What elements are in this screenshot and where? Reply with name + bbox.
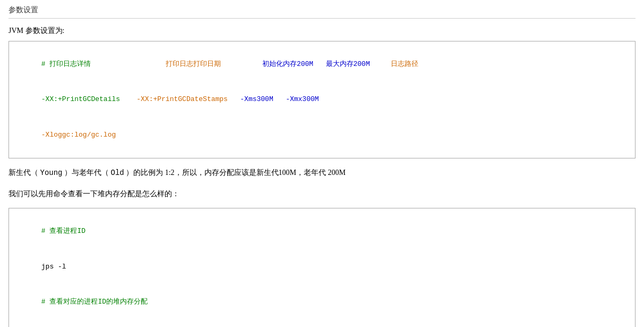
old-keyword: Old	[111, 169, 124, 177]
comment-heap-text: # 查看对应的进程ID的堆内存分配	[41, 298, 148, 306]
param-xmx: -Xmx300M	[286, 95, 319, 103]
param-xloggc: -Xloggc:log/gc.log	[41, 131, 116, 139]
young-keyword: Young	[40, 169, 63, 177]
page-container: 参数设置 JVM 参数设置为: # 打印日志详情 打印日志打印日期 初始化内存2…	[0, 0, 644, 327]
comment-pid-text: # 查看进程ID	[41, 227, 85, 235]
comment-print-date: 打印日志打印日期	[166, 60, 221, 68]
comment-init-mem: 初始化内存200M	[262, 60, 313, 68]
cmd-jmap: jmap -heap 3725	[16, 320, 628, 327]
comment-print-detail: # 打印日志详情	[41, 60, 91, 68]
code-block-2: # 查看进程ID jps -l # 查看对应的进程ID的堆内存分配 jmap -…	[8, 208, 636, 327]
comment-check-pid: # 查看进程ID	[16, 214, 628, 249]
page-title: 参数设置	[8, 5, 636, 19]
code-params-1: -XX:+PrintGCDetails -XX:+PrintGCDateStam…	[16, 82, 628, 117]
code-params-2: -Xloggc:log/gc.log	[16, 118, 628, 153]
param-printgcdatestamps: -XX:+PrintGCDateStamps	[136, 95, 228, 103]
jvm-label: JVM 参数设置为:	[8, 26, 636, 36]
param-xms: -Xms300M	[240, 95, 273, 103]
code-comment-1: # 打印日志详情 打印日志打印日期 初始化内存200M 最大内存200M 日志路…	[16, 47, 628, 82]
jps-command: jps -l	[41, 263, 66, 271]
comment-max-mem: 最大内存200M	[326, 60, 370, 68]
code-block-1: # 打印日志详情 打印日志打印日期 初始化内存200M 最大内存200M 日志路…	[8, 41, 636, 158]
comment-log-path: 日志路径	[391, 60, 418, 68]
prose-command-intro: 我们可以先用命令查看一下堆内存分配是怎么样的：	[8, 187, 636, 200]
cmd-jps: jps -l	[16, 249, 628, 284]
comment-check-heap: # 查看对应的进程ID的堆内存分配	[16, 284, 628, 320]
param-printgcdetails: -XX:+PrintGCDetails	[41, 95, 120, 103]
prose-young-old: 新生代（ Young ）与老年代（ Old ）的比例为 1:2，所以，内存分配应…	[8, 166, 636, 180]
